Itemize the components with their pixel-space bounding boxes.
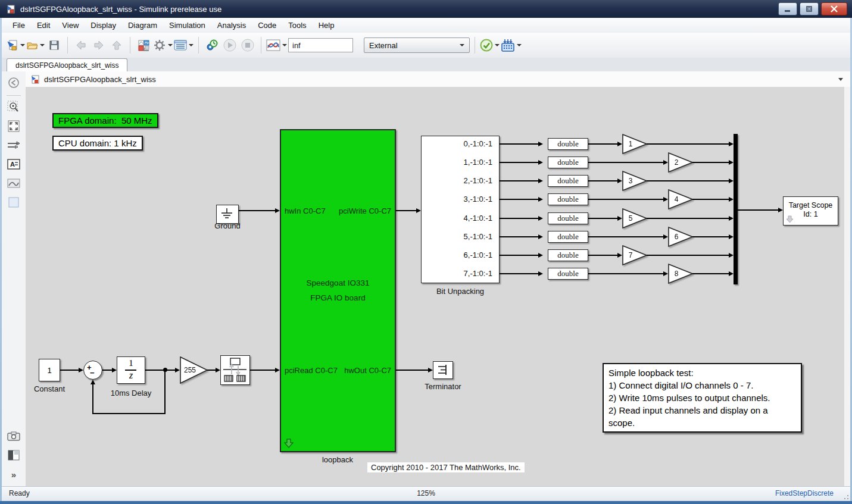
arrowhead-icon	[428, 368, 433, 372]
dropdown-caret-icon[interactable]	[40, 44, 45, 46]
open-button[interactable]	[26, 37, 45, 54]
gain-block[interactable]: 6	[668, 227, 693, 247]
terminator-block[interactable]	[433, 361, 453, 379]
data-type-conversion-block[interactable]: double	[548, 175, 588, 187]
menu-view[interactable]: View	[56, 19, 85, 32]
target-scope-block[interactable]: Target Scope Id: 1	[783, 196, 838, 226]
gain-255-block[interactable]: 255	[180, 356, 208, 384]
dropdown-caret-icon[interactable]	[20, 44, 25, 46]
fit-to-view-button[interactable]	[6, 118, 21, 134]
wire	[588, 143, 617, 145]
annotation-button[interactable]: A	[6, 156, 21, 172]
title-bar: dslrtSGFPGAloopback_slrt_wiss - Simulink…	[0, 0, 852, 18]
close-button[interactable]	[821, 2, 847, 15]
data-type-conversion-block[interactable]: double	[548, 193, 588, 205]
double-label: double	[557, 214, 578, 223]
back-button[interactable]	[73, 37, 89, 54]
arrowhead-icon	[729, 142, 734, 146]
mux-block[interactable]	[734, 134, 738, 284]
signal-lines-button[interactable]	[6, 137, 21, 153]
new-model-button[interactable]	[7, 37, 25, 54]
loopback-subsystem-block[interactable]: hwIn C0-C7 pciWrite C0-C7 pciRead C0-C7 …	[280, 129, 396, 452]
arrowhead-icon	[538, 179, 543, 183]
model-explorer-button[interactable]	[174, 37, 194, 54]
model-canvas[interactable]: FPGA domain: 50 MHz CPU domain: 1 kHz Gr…	[26, 87, 844, 487]
hide-explorer-bar-button[interactable]	[6, 75, 21, 90]
breadcrumb[interactable]: dslrtSGFPGAloopback_slrt_wiss	[26, 71, 850, 87]
run-button[interactable]	[221, 37, 238, 54]
simulation-mode-select[interactable]: External	[364, 37, 470, 53]
rate-transition-icon	[221, 356, 249, 384]
breadcrumb-model-name[interactable]: dslrtSGFPGAloopback_slrt_wiss	[44, 75, 156, 84]
subsystem-link-arrow-icon	[284, 439, 294, 448]
copyright-annotation[interactable]: Copyright 2010 - 2017 The MathWorks, Inc…	[367, 462, 525, 472]
rate-transition-block[interactable]	[220, 355, 250, 385]
gain-block[interactable]: 4	[668, 189, 693, 209]
stepping-options-button[interactable]	[204, 37, 220, 54]
viewmark-button[interactable]	[6, 195, 21, 210]
menu-analysis[interactable]: Analysis	[211, 19, 252, 32]
arrowhead-icon	[729, 216, 734, 221]
data-type-conversion-block[interactable]: double	[548, 231, 588, 243]
data-type-conversion-block[interactable]: double	[548, 268, 588, 280]
sum-block[interactable]: + −	[83, 361, 102, 380]
configuration-button[interactable]	[153, 37, 173, 54]
simulation-data-display-button[interactable]	[266, 37, 287, 54]
menu-code[interactable]: Code	[252, 19, 282, 32]
gain-block[interactable]: 7	[622, 245, 647, 265]
gain-block[interactable]: 8	[668, 264, 693, 284]
forward-button[interactable]	[90, 37, 107, 54]
vertical-scrollbar[interactable]	[844, 87, 850, 487]
constant-block[interactable]: 1	[39, 359, 60, 381]
stop-button[interactable]	[239, 37, 256, 54]
gain-block[interactable]: 3	[622, 171, 647, 191]
resize-grip[interactable]	[842, 493, 849, 500]
cpu-domain-label[interactable]: CPU domain: 1 kHz	[52, 136, 143, 151]
data-type-conversion-block[interactable]: double	[548, 249, 588, 261]
model-tab[interactable]: dslrtSGFPGAloopback_slrt_wiss	[7, 58, 127, 71]
menu-display[interactable]: Display	[85, 19, 122, 32]
gain-block[interactable]: 5	[622, 208, 647, 228]
wire	[207, 370, 216, 371]
image-annotation-button[interactable]	[6, 176, 21, 191]
model-advisor-button[interactable]	[480, 37, 500, 54]
restore-button[interactable]	[800, 2, 819, 15]
data-type-conversion-block[interactable]: double	[548, 138, 588, 150]
dropdown-caret-icon[interactable]	[495, 44, 500, 46]
menu-help[interactable]: Help	[313, 19, 341, 32]
zoom-button[interactable]	[6, 99, 21, 115]
fpga-domain-label[interactable]: FPGA domain: 50 MHz	[52, 113, 158, 128]
up-button[interactable]	[108, 37, 125, 54]
annotation-note[interactable]: Simple loopback test: 1) Connect digital…	[603, 363, 802, 433]
wire	[588, 162, 663, 163]
menu-file[interactable]: File	[7, 19, 31, 32]
dropdown-caret-icon[interactable]	[517, 44, 522, 46]
data-type-conversion-block[interactable]: double	[548, 212, 588, 224]
data-type-conversion-block[interactable]: double	[548, 156, 588, 168]
dropdown-caret-icon[interactable]	[189, 44, 194, 46]
build-model-button[interactable]	[501, 37, 522, 54]
arrowhead-icon	[617, 142, 622, 146]
chevrons-icon: »	[11, 469, 16, 480]
menu-tools[interactable]: Tools	[282, 19, 312, 32]
screenshot-button[interactable]	[6, 428, 21, 444]
menu-diagram[interactable]: Diagram	[122, 19, 163, 32]
gain-block[interactable]: 2	[668, 152, 693, 173]
library-browser-button[interactable]	[135, 37, 152, 54]
dropdown-caret-icon[interactable]	[168, 44, 173, 46]
chevron-down-icon[interactable]	[838, 78, 843, 81]
save-button[interactable]	[46, 37, 63, 54]
wire	[92, 413, 166, 414]
gain-block[interactable]: 1	[622, 134, 647, 154]
wire	[102, 370, 112, 371]
stop-time-input[interactable]	[288, 38, 353, 52]
menu-simulation[interactable]: Simulation	[163, 19, 211, 32]
dropdown-caret-icon[interactable]	[282, 44, 287, 46]
split-view-button[interactable]	[6, 447, 21, 463]
arrowhead-icon	[729, 271, 734, 276]
menu-edit[interactable]: Edit	[31, 19, 56, 32]
more-tools-button[interactable]: »	[6, 467, 21, 482]
arrowhead-icon	[729, 179, 734, 183]
minimize-button[interactable]	[778, 2, 797, 15]
delay-block[interactable]: 1 z	[117, 356, 145, 384]
